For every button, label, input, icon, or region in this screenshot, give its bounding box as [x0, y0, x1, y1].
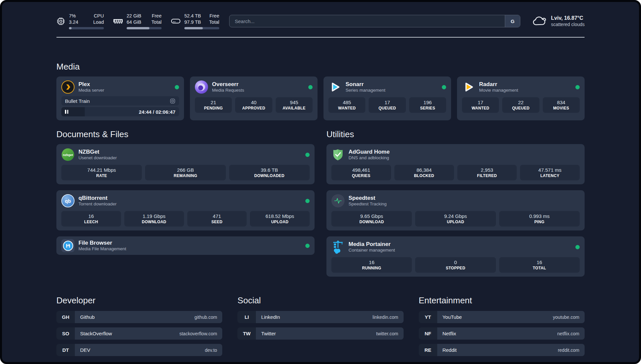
bookmark-item[interactable]: DTDEVdev.to: [56, 344, 222, 356]
speedtest-pulse-icon: [331, 194, 345, 207]
stat-box: 196SERIES: [409, 97, 446, 113]
app-card-speedtest[interactable]: Speedtest Speedtest Tracking 9.65 GbpsDO…: [326, 190, 585, 230]
search-engine-button[interactable]: G: [505, 15, 520, 27]
ram-free-value: 22 GiB: [127, 13, 141, 19]
stat-value: 471: [189, 213, 246, 219]
stat-value: 22: [504, 99, 538, 106]
search-input[interactable]: [229, 18, 505, 24]
stat-label: APPROVED: [236, 106, 271, 111]
top-bar: 7% 3.24 CPU Load: [56, 13, 585, 30]
bookmark-item[interactable]: LILinkedInlinkedin.com: [237, 311, 403, 323]
bookmark-body: Netflixnetflix.com: [437, 327, 585, 340]
status-dot: [175, 85, 179, 89]
media-section: Media Plex Me: [56, 61, 585, 120]
playback-time: 24:44 / 02:06:47: [139, 109, 175, 115]
ram-progress-track: [127, 27, 162, 29]
ram-metric: 22 GiB 64 GiB Free Total: [113, 13, 162, 29]
cpu-load-value: 3.24: [69, 19, 78, 25]
ram-total-label: Total: [151, 19, 162, 25]
nzbget-icon: nzbget: [61, 148, 75, 161]
stat-value: 86,384: [396, 167, 453, 173]
app-name: Overseerr: [212, 81, 244, 88]
cpu-progress-fill: [69, 27, 72, 29]
cpu-usage-value: 7%: [69, 13, 78, 19]
bookmark-url: reddit.com: [558, 348, 579, 353]
stat-box: 17WANTED: [462, 97, 499, 113]
bookmark-item[interactable]: GHGithubgithub.com: [56, 311, 222, 323]
stat-box: 471SEED: [187, 211, 247, 227]
status-dot: [305, 153, 310, 157]
portainer-crane-icon: [331, 240, 345, 254]
bookmark-abbr: LI: [237, 311, 256, 323]
bookmark-name: YouTube: [443, 314, 462, 320]
bookmark-name: Twitter: [261, 331, 276, 336]
stat-box: 47.571 msLATENCY: [520, 165, 580, 180]
app-card-qbittorrent[interactable]: qb qBittorrent Torrent downloader 16LEEC…: [56, 190, 315, 230]
stat-label: BLOCKED: [396, 173, 453, 178]
app-card-radarr[interactable]: Radarr Movie management 17WANTED22QUEUED…: [457, 76, 585, 120]
disk-progress-fill: [184, 27, 203, 29]
app-name: Radarr: [479, 81, 518, 88]
stat-value: 266 GB: [146, 167, 224, 173]
app-card-plex[interactable]: Plex Media server Bullet Train: [56, 76, 184, 120]
ram-free-label: Free: [151, 13, 162, 19]
bookmark-item[interactable]: NFNetflixnetflix.com: [419, 327, 585, 340]
app-card-nzbget[interactable]: nzbget NZBGet Usenet downloader 744.21 M…: [56, 144, 315, 184]
cpu-label: CPU: [93, 13, 104, 19]
stat-label: PING: [501, 220, 578, 225]
bookmark-abbr: GH: [56, 311, 75, 323]
disk-metric: 52.4 TB 97.9 TB Free Total: [171, 13, 219, 29]
bookmark-name: Netflix: [443, 331, 456, 336]
header-divider: [56, 37, 585, 38]
stat-box: 2,953FILTERED: [457, 165, 517, 180]
bookmark-body: StackOverflowstackoverflow.com: [75, 327, 222, 340]
status-dot: [305, 199, 310, 203]
app-card-filebrowser[interactable]: File Browser Media File Management: [56, 236, 315, 255]
radarr-icon: [462, 80, 475, 94]
bookmark-abbr: TW: [237, 327, 256, 340]
stat-label: PENDING: [196, 106, 230, 111]
bookmark-url: youtube.com: [553, 315, 579, 320]
adguard-shield-icon: [331, 148, 345, 161]
bookmark-item[interactable]: RERedditreddit.com: [419, 344, 585, 356]
stat-box: 86,384BLOCKED: [394, 165, 454, 180]
bookmark-item[interactable]: SOStackOverflowstackoverflow.com: [56, 327, 222, 340]
bookmark-item[interactable]: YTYouTubeyoutube.com: [419, 311, 585, 323]
stat-label: SERIES: [411, 106, 445, 111]
app-subtitle: Movie management: [479, 88, 518, 93]
ram-progress-fill: [127, 27, 149, 29]
stat-value: 17: [370, 99, 404, 106]
app-name: AdGuard Home: [349, 148, 390, 155]
disk-progress-track: [184, 27, 219, 29]
stat-box: 0.993 msPING: [499, 211, 580, 227]
stat-value: 744.21 Mbps: [63, 167, 140, 173]
status-dot: [442, 85, 446, 89]
stat-box: 266 GBREMAINING: [145, 165, 226, 180]
app-card-portainer[interactable]: Media Portainer Container management 16R…: [326, 236, 585, 277]
app-subtitle: Media File Management: [78, 246, 126, 252]
stat-value: 498,461: [333, 167, 390, 173]
stat-value: 618.52 Mbps: [251, 213, 308, 219]
stat-box: 945AVAILABLE: [276, 97, 313, 113]
disk-free-label: Free: [209, 13, 219, 19]
app-card-overseerr[interactable]: Overseerr Media Requests 21PENDING40APPR…: [190, 76, 318, 120]
app-card-sonarr[interactable]: Sonarr Series management 485WANTED17QUEU…: [323, 76, 451, 120]
cloud-icon: [532, 15, 547, 27]
stat-label: RATE: [63, 173, 140, 178]
disk-free-value: 52.4 TB: [184, 13, 201, 19]
stat-value: 40: [236, 99, 271, 106]
bookmark-name: Reddit: [443, 347, 457, 353]
stat-box: 39.6 TBDOWNLOADED: [229, 165, 310, 180]
playback-progress-bar: 24:44 / 02:06:47: [61, 107, 179, 116]
stat-value: 0: [416, 259, 494, 265]
stat-label: LATENCY: [521, 173, 578, 178]
stat-box: 9.24 GbpsUPLOAD: [415, 211, 496, 227]
stat-label: STOPPED: [416, 266, 494, 271]
bookmark-body: Githubgithub.com: [75, 311, 222, 323]
app-name: Speedtest: [349, 195, 387, 201]
pause-button[interactable]: [65, 110, 68, 114]
bookmark-item[interactable]: TWTwittertwitter.com: [237, 327, 403, 340]
documents-section: Documents & Files nzbget NZBGet Usenet d…: [56, 129, 315, 255]
stat-value: 9.65 Gbps: [333, 213, 411, 219]
app-card-adguard[interactable]: AdGuard Home DNS and adblocking 498,461Q…: [326, 144, 585, 184]
